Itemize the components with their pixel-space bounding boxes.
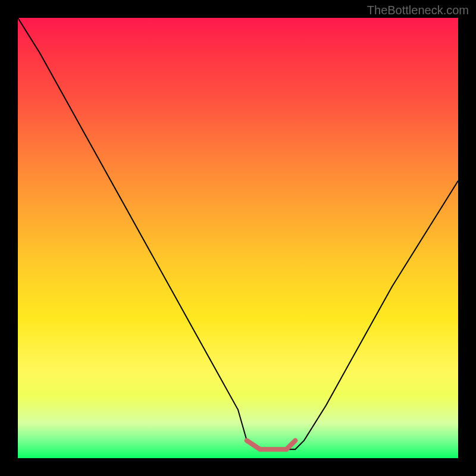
flat-segment (247, 440, 295, 449)
main-curve (18, 18, 458, 449)
chart-area (18, 18, 458, 458)
chart-svg (18, 18, 458, 458)
watermark-label: TheBottleneck.com (367, 4, 469, 17)
